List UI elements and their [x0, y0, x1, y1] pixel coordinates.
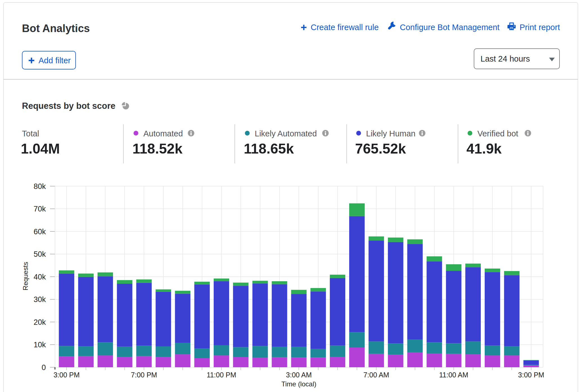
- svg-text:3:00 AM: 3:00 AM: [286, 371, 312, 379]
- svg-text:3:00 PM: 3:00 PM: [518, 371, 544, 379]
- svg-text:80k: 80k: [33, 182, 46, 191]
- svg-text:70k: 70k: [33, 205, 46, 213]
- svg-text:Requests: Requests: [22, 262, 29, 290]
- svg-text:30k: 30k: [33, 295, 46, 304]
- svg-text:7:00 AM: 7:00 AM: [363, 371, 389, 379]
- svg-text:20k: 20k: [33, 318, 46, 326]
- svg-text:40k: 40k: [33, 273, 46, 281]
- svg-text:10k: 10k: [33, 341, 46, 349]
- svg-text:50k: 50k: [33, 250, 46, 258]
- svg-text:60k: 60k: [33, 227, 46, 236]
- svg-text:11:00 AM: 11:00 AM: [439, 371, 468, 379]
- svg-text:0: 0: [42, 363, 46, 372]
- svg-text:11:00 PM: 11:00 PM: [207, 371, 236, 379]
- svg-text:7:00 PM: 7:00 PM: [131, 371, 157, 379]
- svg-text:3:00 PM: 3:00 PM: [53, 371, 80, 379]
- svg-text:Time (local): Time (local): [281, 380, 316, 388]
